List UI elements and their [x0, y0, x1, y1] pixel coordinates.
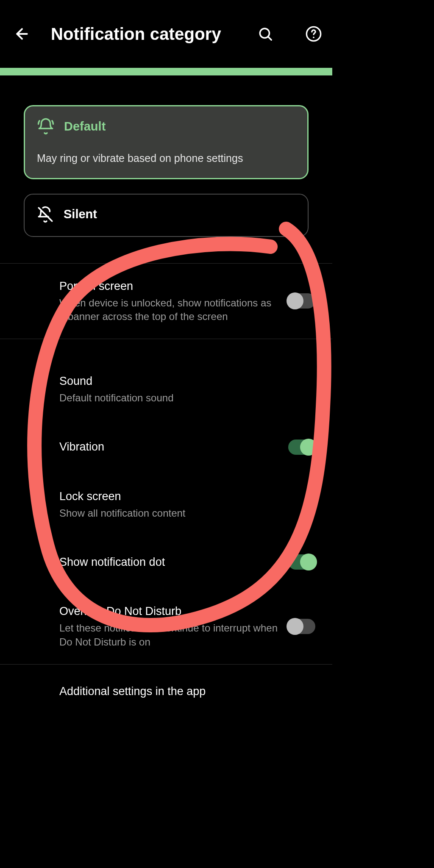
row-sub: Let these notifications continue to inte… [59, 621, 278, 649]
search-icon [257, 26, 273, 42]
toggle-pop-on-screen[interactable] [288, 293, 315, 309]
row-vibration[interactable]: Vibration [0, 420, 332, 474]
mode-default-card[interactable]: Default May ring or vibrate based on pho… [24, 105, 309, 179]
help-button[interactable] [303, 24, 324, 44]
row-override-dnd[interactable]: Override Do Not Disturb Let these notifi… [0, 589, 332, 664]
row-label: Show notification dot [59, 555, 278, 570]
toggle-notification-dot[interactable] [288, 554, 315, 570]
row-pop-on-screen[interactable]: Pop on screen When device is unlocked, s… [0, 264, 332, 339]
mode-silent-title: Silent [64, 207, 97, 221]
mode-cards: Default May ring or vibrate based on pho… [0, 75, 332, 263]
row-label: Lock screen [59, 489, 305, 504]
row-label: Additional settings in the app [59, 684, 305, 699]
arrow-left-icon [14, 25, 31, 42]
toggle-vibration[interactable] [288, 440, 315, 455]
row-sub: Show all notification content [59, 506, 305, 520]
row-label: Override Do Not Disturb [59, 604, 278, 619]
row-sub: Default notification sound [59, 391, 305, 405]
row-notification-dot[interactable]: Show notification dot [0, 535, 332, 589]
back-button[interactable] [13, 25, 31, 43]
row-label: Sound [59, 374, 305, 389]
mode-default-title: Default [64, 120, 106, 134]
page-title: Notification category [51, 25, 227, 44]
help-icon [305, 25, 322, 42]
row-label: Pop on screen [59, 279, 278, 294]
app-header: Notification category [0, 0, 332, 68]
row-sound[interactable]: Sound Default notification sound [0, 339, 332, 420]
mode-silent-card[interactable]: Silent [24, 194, 309, 237]
mode-default-desc: May ring or vibrate based on phone setti… [37, 151, 295, 165]
svg-point-2 [313, 37, 314, 39]
row-label: Vibration [59, 440, 278, 454]
bell-off-icon [36, 206, 54, 223]
row-lock-screen[interactable]: Lock screen Show all notification conten… [0, 474, 332, 535]
accent-bar [0, 68, 332, 75]
bell-ring-icon [37, 117, 55, 135]
row-sub: When device is unlocked, show notificati… [59, 296, 278, 324]
svg-point-0 [260, 28, 269, 38]
search-button[interactable] [255, 24, 275, 44]
toggle-override-dnd[interactable] [288, 619, 315, 634]
row-additional-settings[interactable]: Additional settings in the app [0, 665, 332, 718]
